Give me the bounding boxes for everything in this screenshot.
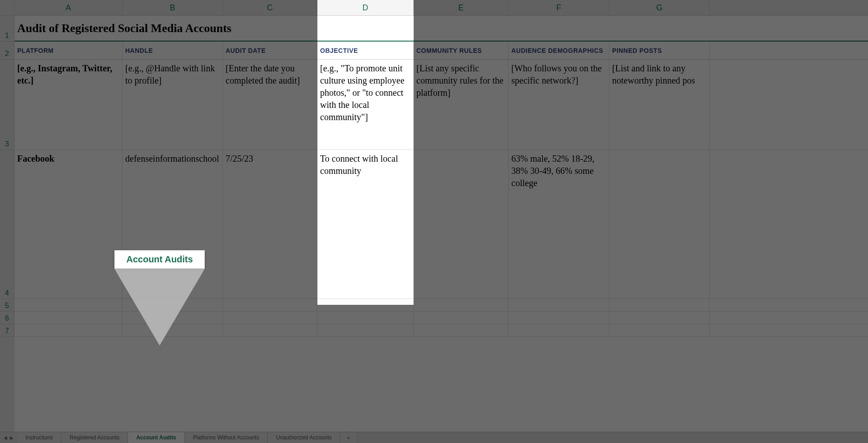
row-3: [e.g., Instagram, Twitter, etc.] [e.g., …	[14, 60, 868, 150]
cell-c6[interactable]	[223, 312, 317, 324]
data-pinned-posts[interactable]	[609, 150, 710, 298]
data-community-rules[interactable]	[414, 150, 509, 298]
row-header-1[interactable]: 1	[0, 16, 14, 42]
header-audience-demographics[interactable]: AUDIENCE DEMOGRAPHICS	[509, 42, 609, 59]
cell-d7[interactable]	[317, 324, 414, 336]
col-header-e[interactable]: E	[414, 0, 509, 15]
cell-b7[interactable]	[123, 324, 223, 336]
select-all-corner[interactable]	[0, 0, 14, 15]
example-objective[interactable]: [e.g., "To promote unit culture using em…	[317, 60, 414, 149]
cell-f7[interactable]	[509, 324, 609, 336]
cell-b6[interactable]	[123, 312, 223, 324]
cell-a7[interactable]	[14, 324, 123, 336]
row-header-6[interactable]: 6	[0, 312, 14, 324]
example-audience-demographics[interactable]: [Who follows you on the specific network…	[509, 60, 609, 149]
col-header-b[interactable]: B	[123, 0, 223, 15]
cell-a6[interactable]	[14, 312, 123, 324]
row-header-7[interactable]: 7	[0, 324, 14, 337]
data-audit-date[interactable]: 7/25/23	[223, 150, 317, 298]
header-handle[interactable]: HANDLE	[123, 42, 223, 59]
example-pinned-posts[interactable]: [List and link to any noteworthy pinned …	[609, 60, 710, 149]
sheet-tab-instructions[interactable]: Instructions	[17, 432, 61, 443]
sheet-title[interactable]: Audit of Registered Social Media Account…	[14, 16, 710, 41]
col-header-a[interactable]: A	[14, 0, 123, 15]
cell-e5[interactable]	[414, 299, 509, 311]
col-header-c[interactable]: C	[223, 0, 317, 15]
row-header-3[interactable]: 3	[0, 60, 14, 150]
row-4: Facebook defenseinformationschool 7/25/2…	[14, 150, 868, 299]
row-header-2[interactable]: 2	[0, 42, 14, 60]
col-header-g[interactable]: G	[609, 0, 710, 15]
tab-nav-next-icon[interactable]: ▶	[10, 435, 14, 440]
sheet-tab-platforms-without-accounts[interactable]: Platforms Without Accounts	[185, 432, 268, 443]
cell-d6[interactable]	[317, 312, 414, 324]
header-audit-date[interactable]: AUDIT DATE	[223, 42, 317, 59]
cell-grid: Audit of Registered Social Media Account…	[14, 16, 868, 432]
cell-g6[interactable]	[609, 312, 710, 324]
col-header-d[interactable]: D	[317, 0, 414, 15]
spreadsheet: A B C D E F G 1 2 3 4 5 6 7 Audit of Reg…	[0, 0, 868, 443]
header-platform[interactable]: PLATFORM	[14, 42, 123, 59]
row-headers-column: 1 2 3 4 5 6 7	[0, 16, 14, 432]
sheet-tabs-bar: ◀ ▶ Instructions Registered Accounts Acc…	[0, 432, 868, 443]
cell-d5[interactable]	[317, 299, 414, 311]
sheet-tab-unauthorized-accounts[interactable]: Unauthorized Accounts	[268, 432, 340, 443]
cell-a5[interactable]	[14, 299, 123, 311]
row-7	[14, 324, 868, 337]
tab-nav-prev-icon[interactable]: ◀	[4, 435, 7, 440]
tab-nav: ◀ ▶	[0, 435, 17, 440]
data-handle[interactable]: defenseinformationschool	[123, 150, 223, 298]
header-objective[interactable]: OBJECTIVE	[317, 42, 414, 59]
data-platform[interactable]: Facebook	[14, 150, 123, 298]
sheet-tab-registered-accounts[interactable]: Registered Accounts	[61, 432, 128, 443]
column-headers-row: A B C D E F G	[0, 0, 868, 16]
cell-e6[interactable]	[414, 312, 509, 324]
row-5	[14, 299, 868, 312]
example-handle[interactable]: [e.g., @Handle with link to profile]	[123, 60, 223, 149]
row-header-5[interactable]: 5	[0, 299, 14, 312]
cell-e7[interactable]	[414, 324, 509, 336]
cell-f5[interactable]	[509, 299, 609, 311]
row-2: PLATFORM HANDLE AUDIT DATE OBJECTIVE COM…	[14, 42, 868, 60]
data-audience-demographics[interactable]: 63% male, 52% 18-29, 38% 30-49, 66% some…	[509, 150, 609, 298]
cell-c7[interactable]	[223, 324, 317, 336]
main-grid-area: 1 2 3 4 5 6 7 Audit of Registered Social…	[0, 16, 868, 432]
sheet-tab-add-button[interactable]: +	[340, 433, 357, 443]
row-6	[14, 312, 868, 324]
example-audit-date[interactable]: [Enter the date you completed the audit]	[223, 60, 317, 149]
cell-g5[interactable]	[609, 299, 710, 311]
cell-c5[interactable]	[223, 299, 317, 311]
row-header-4[interactable]: 4	[0, 150, 14, 299]
cell-g7[interactable]	[609, 324, 710, 336]
sheet-tab-account-audits[interactable]: Account Audits	[128, 432, 184, 443]
data-objective[interactable]: To connect with local community	[317, 150, 414, 298]
row-1: Audit of Registered Social Media Account…	[14, 16, 868, 42]
header-community-rules[interactable]: COMMUNITY RULES	[414, 42, 509, 59]
cell-b5[interactable]	[123, 299, 223, 311]
col-header-f[interactable]: F	[509, 0, 609, 15]
cell-f6[interactable]	[509, 312, 609, 324]
example-community-rules[interactable]: [List any specific community rules for t…	[414, 60, 509, 149]
example-platform[interactable]: [e.g., Instagram, Twitter, etc.]	[14, 60, 123, 149]
header-pinned-posts[interactable]: PINNED POSTS	[609, 42, 710, 59]
